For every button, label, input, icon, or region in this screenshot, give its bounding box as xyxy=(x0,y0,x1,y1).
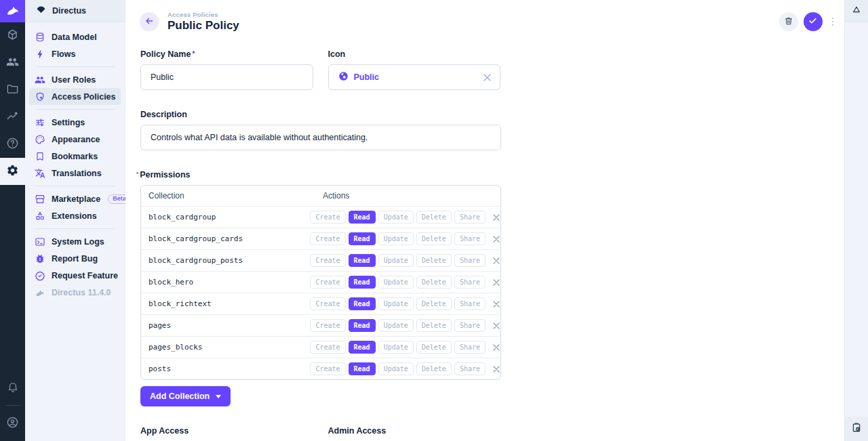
add-collection-button[interactable]: Add Collection xyxy=(140,386,231,406)
action-create-toggle[interactable]: Create xyxy=(310,276,345,289)
action-update-toggle[interactable]: Update xyxy=(378,362,414,375)
action-delete-toggle[interactable]: Delete xyxy=(416,232,452,245)
sidebar-item-label: Report Bug xyxy=(52,254,98,264)
sidebar-item-data-model[interactable]: Data Model xyxy=(29,28,121,45)
action-update-toggle[interactable]: Update xyxy=(378,297,414,310)
action-share-toggle[interactable]: Share xyxy=(454,297,486,310)
save-button[interactable] xyxy=(804,12,823,31)
action-read-toggle[interactable]: Read xyxy=(349,254,376,267)
action-delete-toggle[interactable]: Delete xyxy=(416,254,452,267)
sidebar-item-report-bug[interactable]: Report Bug xyxy=(29,250,121,267)
project-header[interactable]: Directus xyxy=(25,0,125,22)
action-read-toggle[interactable]: Read xyxy=(349,362,376,375)
more-options-button[interactable] xyxy=(828,15,838,29)
folder-icon xyxy=(6,83,19,98)
remove-collection-button[interactable] xyxy=(492,213,500,222)
divider xyxy=(35,228,115,229)
action-share-toggle[interactable]: Share xyxy=(454,341,486,354)
remove-collection-button[interactable] xyxy=(492,257,500,265)
action-read-toggle[interactable]: Read xyxy=(349,319,376,332)
module-documentation[interactable] xyxy=(0,131,25,158)
action-create-toggle[interactable]: Create xyxy=(310,341,345,354)
action-share-toggle[interactable]: Share xyxy=(454,232,486,245)
remove-collection-button[interactable] xyxy=(492,278,500,287)
sidebar-item-settings[interactable]: Settings xyxy=(29,114,121,131)
description-input[interactable] xyxy=(140,125,501,150)
sidebar-item-bookmarks[interactable]: Bookmarks xyxy=(29,148,121,165)
sidebar-item-system-logs[interactable]: System Logs xyxy=(29,233,121,250)
action-delete-toggle[interactable]: Delete xyxy=(416,211,452,224)
remove-collection-button[interactable] xyxy=(492,235,500,243)
sidebar-item-appearance[interactable]: Appearance xyxy=(29,131,121,148)
trash-icon xyxy=(784,16,793,28)
action-update-toggle[interactable]: Update xyxy=(378,341,414,354)
action-share-toggle[interactable]: Share xyxy=(454,211,486,224)
remove-collection-button[interactable] xyxy=(492,343,500,352)
app-access-label: App Access xyxy=(140,426,313,436)
action-read-toggle[interactable]: Read xyxy=(349,232,376,245)
action-read-toggle[interactable]: Read xyxy=(349,211,376,224)
action-delete-toggle[interactable]: Delete xyxy=(416,341,452,354)
module-user-directory[interactable] xyxy=(0,49,25,77)
revisions-toggle[interactable] xyxy=(845,417,868,441)
database-icon xyxy=(35,32,45,43)
action-delete-toggle[interactable]: Delete xyxy=(416,297,452,310)
action-create-toggle[interactable]: Create xyxy=(310,319,345,332)
action-read-toggle[interactable]: Read xyxy=(349,341,376,354)
sidebar-item-flows[interactable]: Flows xyxy=(29,45,121,62)
action-share-toggle[interactable]: Share xyxy=(454,276,486,289)
action-share-toggle[interactable]: Share xyxy=(454,319,486,332)
sidebar-item-user-roles[interactable]: User Roles xyxy=(29,71,121,88)
directus-logo[interactable] xyxy=(0,0,25,22)
action-update-toggle[interactable]: Update xyxy=(378,254,414,267)
action-share-toggle[interactable]: Share xyxy=(454,254,486,267)
action-create-toggle[interactable]: Create xyxy=(310,254,345,267)
sidebar-item-marketplace[interactable]: Marketplace Beta xyxy=(29,190,121,207)
nav-list: Data Model Flows User Roles Access Polic… xyxy=(25,22,125,307)
action-update-toggle[interactable]: Update xyxy=(378,319,414,332)
action-delete-toggle[interactable]: Delete xyxy=(416,362,452,375)
action-create-toggle[interactable]: Create xyxy=(310,232,345,245)
sidebar-item-translations[interactable]: Translations xyxy=(29,165,121,182)
clear-icon-button[interactable] xyxy=(483,73,492,82)
sidebar-item-request-feature[interactable]: Request Feature xyxy=(29,267,121,284)
action-create-toggle[interactable]: Create xyxy=(310,211,345,224)
remove-collection-button[interactable] xyxy=(492,322,500,330)
sidebar-item-extensions[interactable]: Extensions xyxy=(29,207,121,224)
collection-name: block_cardgroup_posts xyxy=(141,256,310,265)
account-button[interactable] xyxy=(0,410,25,437)
action-toggles: CreateReadUpdateDeleteShare xyxy=(310,341,486,354)
back-button[interactable] xyxy=(140,12,159,31)
shield-lock-icon xyxy=(35,91,45,102)
sidebar-item-label: Settings xyxy=(52,118,85,127)
action-update-toggle[interactable]: Update xyxy=(378,232,414,245)
action-read-toggle[interactable]: Read xyxy=(349,276,376,289)
remove-collection-button[interactable] xyxy=(492,365,500,373)
action-delete-toggle[interactable]: Delete xyxy=(416,319,452,332)
action-create-toggle[interactable]: Create xyxy=(310,362,345,375)
delete-button[interactable] xyxy=(779,12,798,31)
sidebar-item-access-policies[interactable]: Access Policies xyxy=(29,88,121,105)
bug-icon xyxy=(35,253,45,264)
breadcrumb[interactable]: Access Policies xyxy=(167,11,239,18)
action-read-toggle[interactable]: Read xyxy=(349,297,376,310)
description-label: Description xyxy=(140,110,501,119)
module-insights[interactable] xyxy=(0,104,25,131)
check-icon xyxy=(808,16,818,28)
policy-name-input[interactable] xyxy=(140,64,313,90)
module-content[interactable] xyxy=(0,22,25,49)
action-delete-toggle[interactable]: Delete xyxy=(416,276,452,289)
action-create-toggle[interactable]: Create xyxy=(310,297,345,310)
cube-icon xyxy=(6,28,19,43)
action-share-toggle[interactable]: Share xyxy=(454,362,486,375)
icon-select[interactable]: Public xyxy=(328,64,501,90)
policy-name-label: Policy Name* xyxy=(140,49,313,59)
sidebar-toggle[interactable] xyxy=(845,0,868,22)
action-update-toggle[interactable]: Update xyxy=(378,211,414,224)
module-bar xyxy=(0,0,25,441)
module-file-library[interactable] xyxy=(0,77,25,104)
action-update-toggle[interactable]: Update xyxy=(378,276,414,289)
notifications-button[interactable] xyxy=(0,374,25,401)
remove-collection-button[interactable] xyxy=(492,300,500,308)
module-settings[interactable] xyxy=(0,158,25,185)
